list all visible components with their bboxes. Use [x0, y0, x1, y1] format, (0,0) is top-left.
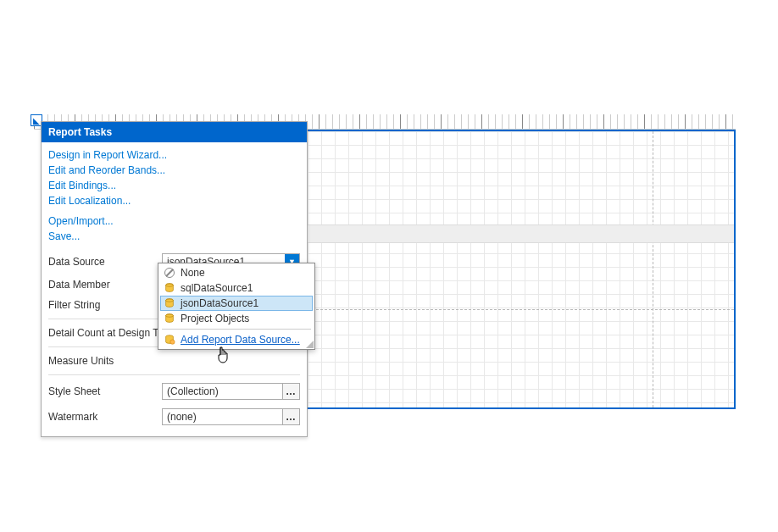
dropdown-add-link[interactable]: Add Report Data Source...	[181, 334, 300, 346]
editor-watermark[interactable]: (none) …	[162, 408, 300, 425]
link-open-import[interactable]: Open/Import...	[48, 213, 300, 229]
editor-style-sheet[interactable]: (Collection) …	[162, 383, 300, 400]
dropdown-item-label: sqlDataSource1	[181, 282, 253, 294]
dropdown-item-sql[interactable]: sqlDataSource1	[160, 280, 313, 296]
database-icon	[164, 282, 175, 294]
panel-title: Report Tasks	[42, 122, 307, 142]
add-data-source-icon	[164, 334, 175, 346]
dropdown-item-project[interactable]: Project Objects	[160, 311, 313, 326]
dropdown-add-link-row[interactable]: Add Report Data Source...	[160, 332, 313, 347]
right-margin-line	[653, 131, 653, 407]
database-icon	[164, 297, 175, 309]
link-edit-localization[interactable]: Edit Localization...	[48, 193, 300, 208]
editor-style-sheet-text: (Collection)	[163, 384, 282, 399]
value-measure-units	[162, 359, 300, 363]
dropdown-item-label: None	[181, 267, 205, 279]
database-icon	[164, 313, 175, 324]
resize-grip[interactable]	[305, 340, 314, 348]
dropdown-item-none[interactable]: None	[160, 265, 313, 280]
editor-watermark-ellipsis[interactable]: …	[282, 409, 299, 424]
report-design-surface[interactable]	[308, 130, 736, 409]
editor-watermark-text: (none)	[163, 409, 282, 424]
label-watermark: Watermark	[48, 411, 157, 423]
data-source-dropdown: None sqlDataSource1 jsonDataSource1 Proj…	[158, 263, 315, 350]
link-design-wizard[interactable]: Design in Report Wizard...	[48, 147, 300, 163]
editor-style-sheet-ellipsis[interactable]: …	[282, 384, 299, 399]
link-save[interactable]: Save...	[48, 229, 300, 244]
dropdown-item-label: jsonDataSource1	[181, 297, 258, 309]
label-filter-string: Filter String	[48, 299, 157, 311]
link-edit-bindings[interactable]: Edit Bindings...	[48, 178, 300, 193]
label-data-member: Data Member	[48, 279, 157, 291]
label-style-sheet: Style Sheet	[48, 385, 157, 397]
label-measure-units: Measure Units	[48, 355, 157, 367]
band-separator	[308, 309, 734, 310]
dropdown-item-json[interactable]: jsonDataSource1	[160, 296, 313, 311]
dropdown-item-label: Project Objects	[181, 313, 249, 324]
label-data-source: Data Source	[48, 256, 157, 268]
svg-point-7	[170, 340, 175, 344]
detail-band-strip	[308, 224, 734, 243]
none-icon	[164, 267, 175, 279]
link-edit-bands[interactable]: Edit and Reorder Bands...	[48, 163, 300, 178]
dropdown-separator	[162, 329, 311, 330]
